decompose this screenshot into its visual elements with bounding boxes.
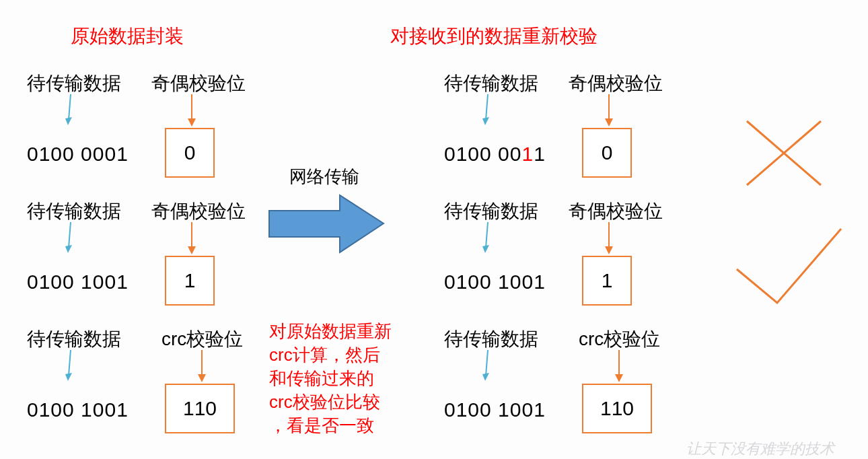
arrow-down-icon xyxy=(481,94,495,128)
svg-marker-26 xyxy=(615,374,623,382)
watermark-text: 让天下没有难学的技术 xyxy=(686,439,834,459)
receiver-row1-prefix: 0100 00 xyxy=(444,143,521,165)
title-right: 对接收到的数据重新校验 xyxy=(390,24,598,49)
svg-marker-24 xyxy=(482,373,489,381)
receiver-row3-crc-label: crc校验位 xyxy=(579,326,660,352)
arrow-down-icon xyxy=(195,350,209,384)
svg-marker-1 xyxy=(65,117,72,125)
arrow-down-icon xyxy=(612,350,626,384)
arrow-down-icon xyxy=(64,222,77,256)
title-left: 原始数据封装 xyxy=(71,24,184,49)
receiver-row1-suffix: 1 xyxy=(534,143,546,165)
note-line4: crc校验位比较 xyxy=(269,392,380,412)
arrow-down-icon xyxy=(185,94,198,128)
arrow-down-icon xyxy=(602,222,616,256)
svg-marker-7 xyxy=(188,246,196,254)
svg-marker-3 xyxy=(188,118,196,127)
receiver-row2-parity-box: 1 xyxy=(582,256,632,306)
sender-row3-crc-box: 110 xyxy=(165,384,235,433)
sender-row3-data: 0100 1001 xyxy=(27,398,129,421)
receiver-row3-data-label: 待传输数据 xyxy=(444,326,538,352)
svg-line-0 xyxy=(69,94,71,120)
sender-row3-data-label: 待传输数据 xyxy=(27,326,121,352)
svg-marker-14 xyxy=(482,117,489,125)
receiver-row3-data: 0100 1001 xyxy=(444,398,546,421)
note-line1: 对原始数据重新 xyxy=(269,321,392,341)
note-line3: 和传输过来的 xyxy=(269,368,374,388)
receiver-row1-data-label: 待传输数据 xyxy=(444,71,538,96)
transfer-label: 网络传输 xyxy=(289,165,359,188)
receiver-row1-parity-label: 奇偶校验位 xyxy=(569,71,663,96)
svg-marker-9 xyxy=(65,373,72,381)
arrow-down-icon xyxy=(64,350,77,384)
receiver-row2-parity-label: 奇偶校验位 xyxy=(569,199,663,224)
receiver-row1-flipped-bit: 1 xyxy=(521,143,534,165)
svg-line-8 xyxy=(69,350,71,376)
arrow-down-icon xyxy=(481,222,495,256)
sender-row2-parity-label: 奇偶校验位 xyxy=(151,199,246,224)
svg-line-13 xyxy=(486,94,488,120)
svg-line-19 xyxy=(486,222,488,248)
receiver-row2-data-label: 待传输数据 xyxy=(444,199,538,224)
cross-icon xyxy=(740,114,828,195)
sender-row3-crc-label: crc校验位 xyxy=(161,326,243,352)
svg-line-4 xyxy=(69,222,71,248)
check-icon xyxy=(730,222,844,310)
svg-marker-11 xyxy=(198,374,206,382)
arrow-down-icon xyxy=(481,350,495,384)
receiver-row3-crc-box: 110 xyxy=(582,384,652,433)
svg-line-23 xyxy=(486,350,488,376)
receiver-row1-data: 0100 0011 xyxy=(444,143,546,166)
receiver-row2-data: 0100 1001 xyxy=(444,271,546,293)
svg-marker-22 xyxy=(605,246,613,254)
sender-row1-parity-label: 奇偶校验位 xyxy=(151,71,246,96)
arrow-right-icon xyxy=(266,192,387,256)
sender-row2-data-label: 待传输数据 xyxy=(27,199,121,224)
sender-row2-data: 0100 1001 xyxy=(27,271,129,293)
note-line2: crc计算，然后 xyxy=(269,345,380,365)
receiver-row1-parity-box: 0 xyxy=(582,128,632,178)
sender-row1-data-label: 待传输数据 xyxy=(27,71,121,96)
svg-marker-5 xyxy=(65,245,72,253)
svg-marker-12 xyxy=(269,195,384,252)
sender-row2-parity-box: 1 xyxy=(165,256,215,306)
svg-marker-16 xyxy=(605,118,613,127)
sender-row1-data: 0100 0001 xyxy=(27,143,129,166)
arrow-down-icon xyxy=(64,94,77,128)
arrow-down-icon xyxy=(185,222,198,256)
arrow-down-icon xyxy=(602,94,616,128)
svg-marker-20 xyxy=(482,245,489,253)
crc-note: 对原始数据重新 crc计算，然后 和传输过来的 crc校验位比较 ，看是否一致 xyxy=(269,320,417,437)
note-line5: ，看是否一致 xyxy=(269,415,374,435)
sender-row1-parity-box: 0 xyxy=(165,128,215,178)
